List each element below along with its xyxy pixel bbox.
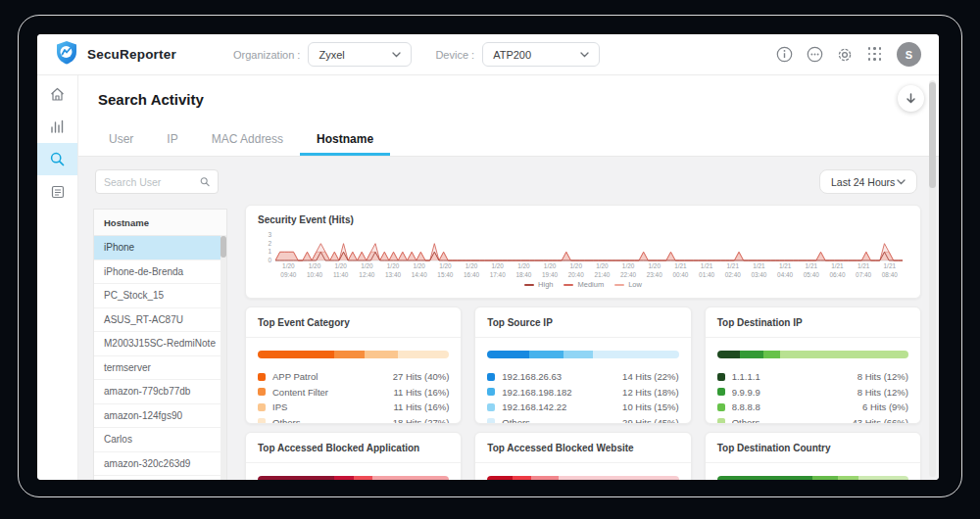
stat-row: 9.9.9.98 Hits (12%) xyxy=(717,385,908,401)
chart-x-axis: 1/20 09:401/20 10:401/20 11:401/20 12:40… xyxy=(275,262,903,279)
x-tick-label: 1/20 19:40 xyxy=(537,262,564,279)
hostname-row[interactable]: amazon-779cb77db xyxy=(94,380,226,404)
tab-mac-address[interactable]: MAC Address xyxy=(195,132,300,156)
x-tick-label: 1/21 08:40 xyxy=(876,262,903,279)
x-tick-label: 1/20 23:40 xyxy=(641,262,667,279)
sidebar-item-reports[interactable] xyxy=(37,175,77,208)
stat-card-top-destination-ip: Top Destination IP1.1.1.18 Hits (12%)9.9… xyxy=(705,307,921,424)
device-label: Device : xyxy=(435,49,474,61)
legend-square-icon xyxy=(717,388,725,396)
sidebar-item-search[interactable] xyxy=(37,143,77,175)
time-range-select[interactable]: Last 24 Hours xyxy=(819,169,917,194)
download-button[interactable] xyxy=(898,85,924,112)
organization-label: Organization : xyxy=(233,49,300,61)
stacked-bar xyxy=(487,476,678,480)
x-tick-label: 1/21 03:40 xyxy=(746,262,772,279)
x-tick-label: 1/20 22:40 xyxy=(615,262,642,279)
stat-card-title: Top Source IP xyxy=(475,317,690,338)
nav-sidebar xyxy=(37,75,78,480)
time-range-value: Last 24 Hours xyxy=(831,176,895,188)
x-tick-label: 1/20 10:40 xyxy=(302,262,328,279)
hostname-row[interactable]: amazon-124fgs90 xyxy=(94,404,226,429)
main-scrollbar[interactable] xyxy=(929,80,936,477)
user-avatar[interactable]: S xyxy=(897,42,921,67)
stacked-bar xyxy=(717,476,908,480)
app-window: SecuReporter Organization : Zyxel Device… xyxy=(37,34,939,480)
hostname-row[interactable]: iPhone xyxy=(94,236,226,260)
y-tick: 0 xyxy=(262,257,271,263)
y-tick: 3 xyxy=(262,231,271,238)
legend-square-icon xyxy=(717,418,725,424)
hostname-row[interactable]: Carlos xyxy=(94,428,226,452)
legend-item-low: Low xyxy=(614,280,642,289)
stat-card-top-event-category: Top Event CategoryAPP Patrol27 Hits (40%… xyxy=(245,307,462,424)
x-tick-label: 1/20 21:40 xyxy=(589,262,615,279)
hostname-list-scrollbar[interactable] xyxy=(220,235,226,480)
legend-item-high: High xyxy=(524,280,553,289)
hostname-row[interactable]: amazon-320c263d9 xyxy=(94,452,226,477)
stat-row: IPS11 Hits (16%) xyxy=(258,400,449,415)
search-icon xyxy=(49,151,66,167)
area-chart xyxy=(275,232,903,261)
hostname-row[interactable]: PC_Stock_15 xyxy=(94,284,226,308)
legend-dash-icon xyxy=(564,284,573,286)
x-tick-label: 1/20 20:40 xyxy=(563,262,589,279)
download-icon xyxy=(906,93,916,105)
gear-icon[interactable] xyxy=(836,46,854,64)
legend-square-icon xyxy=(487,373,495,381)
stat-row: Others18 Hits (27%) xyxy=(258,415,449,425)
stat-card-top-source-ip: Top Source IP192.168.26.6314 Hits (22%)1… xyxy=(474,307,691,424)
info-icon[interactable] xyxy=(775,46,793,64)
tab-ip[interactable]: IP xyxy=(150,132,194,156)
x-tick-label: 1/20 16:40 xyxy=(459,262,485,279)
page-title: Search Activity xyxy=(98,91,204,108)
hostname-row[interactable]: iPhone-de-Brenda xyxy=(94,260,226,285)
x-tick-label: 1/21 05:40 xyxy=(798,262,824,279)
stat-card-title: Top Accessed Blocked Application xyxy=(246,443,461,463)
legend-square-icon xyxy=(717,373,725,381)
sidebar-item-home[interactable] xyxy=(37,78,77,111)
x-tick-label: 1/21 04:40 xyxy=(772,262,799,279)
stat-card-title: Top Destination IP xyxy=(706,317,920,338)
hostname-row[interactable]: M2003J15SC-RedmiNote xyxy=(94,332,226,356)
organization-value: Zyxel xyxy=(318,49,344,61)
hostname-row[interactable]: termserver xyxy=(94,356,226,381)
stat-card-top-destination-country: Top Destination Country xyxy=(705,432,921,480)
x-tick-label: 1/20 12:40 xyxy=(354,262,380,279)
device-select[interactable]: ATP200 xyxy=(482,42,600,67)
x-tick-label: 1/20 18:40 xyxy=(511,262,537,279)
top-bar: SecuReporter Organization : Zyxel Device… xyxy=(37,34,939,75)
organization-select[interactable]: Zyxel xyxy=(308,42,412,67)
hostname-row[interactable]: ASUS_RT-AC87U xyxy=(94,308,226,333)
x-tick-label: 1/21 00:40 xyxy=(667,262,694,279)
stat-card-top-accessed-blocked-application: Top Accessed Blocked Application xyxy=(245,432,462,480)
main-scrollbar-thumb[interactable] xyxy=(929,82,936,188)
tab-user[interactable]: User xyxy=(92,132,150,156)
legend-dash-icon xyxy=(614,284,624,286)
search-box[interactable] xyxy=(95,169,219,194)
stat-row: 192.168.26.6314 Hits (22%) xyxy=(487,369,678,385)
stacked-bar xyxy=(487,351,678,358)
legend-square-icon xyxy=(487,418,495,424)
search-input[interactable] xyxy=(104,176,200,188)
y-tick: 1 xyxy=(262,248,271,255)
stacked-bar xyxy=(258,476,449,480)
legend-square-icon xyxy=(258,403,266,411)
tab-hostname[interactable]: Hostname xyxy=(300,132,390,156)
hostname-column-header: Hostname xyxy=(94,210,226,236)
x-tick-label: 1/21 06:40 xyxy=(824,262,851,279)
security-event-chart-card: Security Event (Hits) 3210 1/20 09:401/2… xyxy=(245,205,921,299)
more-icon[interactable] xyxy=(806,46,823,64)
chevron-down-icon xyxy=(580,52,589,58)
stacked-bar xyxy=(258,351,449,358)
x-tick-label: 1/20 17:40 xyxy=(484,262,511,279)
apps-grid-icon[interactable] xyxy=(866,46,884,64)
hostname-list-scrollbar-thumb[interactable] xyxy=(220,236,226,258)
sidebar-item-analytics[interactable] xyxy=(37,111,77,143)
main-content: Search Activity UserIPMAC AddressHostnam… xyxy=(78,75,939,480)
chart-legend: HighMediumLow xyxy=(258,280,908,289)
brand: SecuReporter xyxy=(55,40,176,70)
stat-row: APP Patrol27 Hits (40%) xyxy=(258,369,449,385)
hostname-row[interactable] xyxy=(94,476,226,480)
legend-square-icon xyxy=(487,403,495,411)
